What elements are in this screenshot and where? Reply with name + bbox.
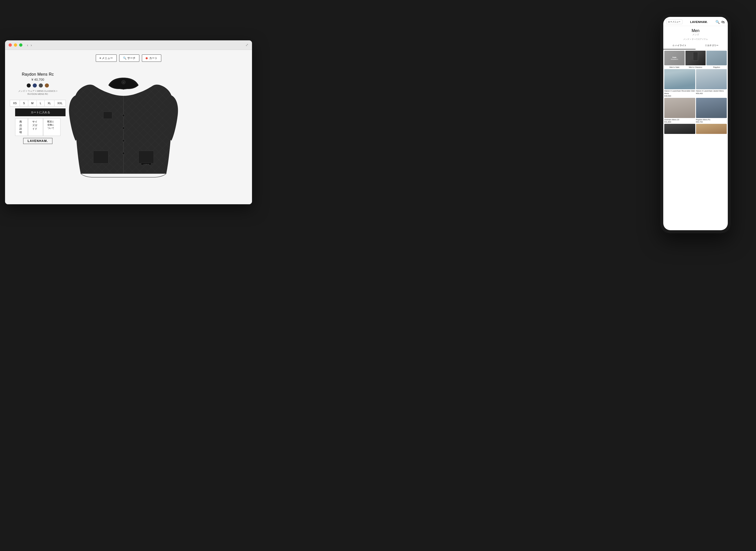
- featured-row: Sale Shopfield's Men's Sale: [664, 51, 727, 68]
- sale-image: Sale Shopfield's: [664, 51, 685, 65]
- size-s[interactable]: S: [20, 100, 28, 106]
- product-denham[interactable]: Denham Mens 20 ¥41,800: [664, 98, 695, 123]
- raydon-product-image: [696, 98, 727, 118]
- product-grid-row-1: Hanon X Lavenham Reversible Gilet Mens ¥…: [664, 69, 727, 97]
- denham-image: [664, 98, 695, 118]
- brand-logo-area: LAVENHAM.: [15, 138, 60, 144]
- classics-label: Men's Classics: [685, 66, 706, 68]
- jacket-image: LAVENHAM ✦: [68, 65, 179, 183]
- tab-description[interactable]: 商品説明: [15, 118, 28, 136]
- product-hat[interactable]: [664, 124, 695, 134]
- size-m[interactable]: M: [28, 100, 37, 106]
- hanon-gilet-name: Hanon X Lavenham Reversible Gilet Mens: [664, 90, 695, 95]
- desktop-content: ≡ メニュー 🔍 サーチ カート Raydon Mens Rc ¥ 40,700…: [5, 50, 252, 204]
- hanon-jacket-price: ¥59,400: [696, 92, 727, 95]
- phone-breadcrumb: メンズ > すべてのアイテム: [663, 37, 728, 42]
- product-extra[interactable]: [696, 124, 727, 134]
- raydon-bg: [706, 51, 727, 65]
- product-price: ¥ 40,700: [15, 78, 60, 81]
- swatch-darkgray[interactable]: [39, 83, 43, 87]
- svg-point-3: [122, 114, 125, 117]
- phone-header: ≡ ≡ メニュー LAVENHAM. 🔍 🛍: [663, 17, 728, 26]
- tab-size-guide[interactable]: サイズガイド: [28, 118, 43, 136]
- phone-screen: ≡ ≡ メニュー LAVENHAM. 🔍 🛍 Men メンズ メンズ > すべて…: [663, 17, 728, 230]
- swatch-navy[interactable]: [33, 83, 37, 87]
- browser-window: ‹ › ⤢ ≡ メニュー 🔍 サーチ カート Raydon Mens Rc ¥ …: [5, 40, 252, 204]
- hanon-jacket-name: Hanon X Lavenham Jacket Mens: [696, 90, 727, 92]
- traffic-red[interactable]: [9, 43, 12, 47]
- swatch-brown[interactable]: [45, 83, 49, 87]
- phone-title-en: Men: [663, 28, 728, 33]
- classics-image: [685, 51, 706, 65]
- hat-image: [664, 124, 695, 134]
- menu-icon: ≡: [668, 21, 670, 23]
- featured-classics[interactable]: Men's Classics: [685, 51, 706, 68]
- cart-icon[interactable]: 🛍: [721, 20, 725, 24]
- breadcrumb: メンズ > ウェア > MENS CLASSICS > RAYDON MENS …: [15, 89, 60, 95]
- phone-icons: 🔍 🛍: [715, 20, 725, 24]
- classics-bg: [685, 51, 706, 65]
- svg-text:LAVENHAM: LAVENHAM: [143, 164, 149, 165]
- sale-bg: Sale Shopfield's: [664, 51, 685, 65]
- raydon-image: [706, 51, 727, 65]
- hanon-gilet-price: ¥49,500: [664, 95, 695, 97]
- traffic-green[interactable]: [19, 43, 22, 47]
- size-xs[interactable]: XS: [10, 100, 20, 106]
- phone-products[interactable]: Sale Shopfield's Men's Sale: [663, 50, 728, 230]
- tab-category[interactable]: ∷ カテゴリー: [696, 42, 728, 49]
- browser-nav: ‹ ›: [27, 43, 32, 47]
- product-grid-row-3: [664, 124, 727, 134]
- size-l[interactable]: L: [37, 100, 45, 106]
- phone-page-title: Men メンズ: [663, 26, 728, 37]
- info-tabs: 商品説明 サイズガイド 配送と交換について: [15, 118, 60, 136]
- svg-text:✦: ✦: [123, 82, 124, 83]
- swatch-black[interactable]: [27, 83, 31, 87]
- hanon-jacket-image: [696, 69, 727, 89]
- menu-label: ≡ メニュー: [671, 20, 680, 23]
- mobile-phone: ≡ ≡ メニュー LAVENHAM. 🔍 🛍 Men メンズ メンズ > すべて…: [660, 14, 731, 233]
- color-swatches: [15, 83, 60, 87]
- svg-rect-8: [139, 151, 154, 163]
- phone-logo: LAVENHAM.: [690, 20, 708, 23]
- denham-price: ¥41,800: [664, 121, 695, 123]
- featured-raydon[interactable]: Raydon: [706, 51, 727, 68]
- browser-titlebar: ‹ › ⤢: [5, 40, 252, 50]
- hanon-gilet-bg: [664, 69, 695, 89]
- product-title: Raydon Mens Rc: [15, 72, 60, 77]
- size-xl[interactable]: XL: [45, 100, 54, 106]
- search-icon[interactable]: 🔍: [715, 20, 720, 24]
- product-hanon-gilet[interactable]: Hanon X Lavenham Reversible Gilet Mens ¥…: [664, 69, 695, 97]
- sale-label: Men's Sale: [664, 66, 685, 68]
- raydon-name: Raydon Mens Rc: [696, 118, 727, 121]
- product-info-panel: Raydon Mens Rc ¥ 40,700 メンズ > ウェア > MENS…: [15, 70, 60, 146]
- raydon-product-bg: [696, 98, 727, 118]
- phone-menu-button[interactable]: ≡ ≡ メニュー: [666, 19, 682, 24]
- hanon-jacket-bg: [696, 69, 727, 89]
- hanon-gilet-image: [664, 69, 695, 89]
- svg-rect-9: [103, 112, 112, 119]
- raydon-label: Raydon: [706, 66, 727, 68]
- product-grid-row-2: Denham Mens 20 ¥41,800 Raydon Mens Rc ¥4…: [664, 98, 727, 123]
- product-info: Raydon Mens Rc ¥ 40,700 メンズ > ウェア > MENS…: [15, 70, 60, 98]
- expand-icon[interactable]: ⤢: [245, 43, 248, 47]
- sale-text: Sale Shopfield's: [671, 56, 678, 60]
- back-button[interactable]: ‹: [27, 43, 28, 47]
- featured-sale[interactable]: Sale Shopfield's Men's Sale: [664, 51, 685, 68]
- tab-highlight[interactable]: ☆ ハイライト: [663, 42, 696, 49]
- raydon-price: ¥40,700: [696, 121, 727, 123]
- denham-bg: [664, 98, 695, 118]
- product-raydon[interactable]: Raydon Mens Rc ¥40,700: [696, 98, 727, 123]
- denham-name: Denham Mens 20: [664, 118, 695, 121]
- phone-tabs: ☆ ハイライト ∷ カテゴリー: [663, 42, 728, 50]
- size-selector: XS S M L XL XXL: [15, 100, 60, 106]
- product-image-area: LAVENHAM ✦: [55, 57, 192, 191]
- extra-image: [696, 124, 727, 134]
- traffic-yellow[interactable]: [14, 43, 17, 47]
- phone-title-ja: メンズ: [663, 33, 728, 36]
- svg-point-4: [122, 127, 125, 129]
- product-hanon-jacket[interactable]: Hanon X Lavenham Jacket Mens ¥59,400: [696, 69, 727, 97]
- svg-rect-7: [93, 151, 108, 163]
- svg-point-5: [122, 139, 125, 142]
- forward-button[interactable]: ›: [31, 43, 32, 47]
- extra-bg: [696, 124, 727, 134]
